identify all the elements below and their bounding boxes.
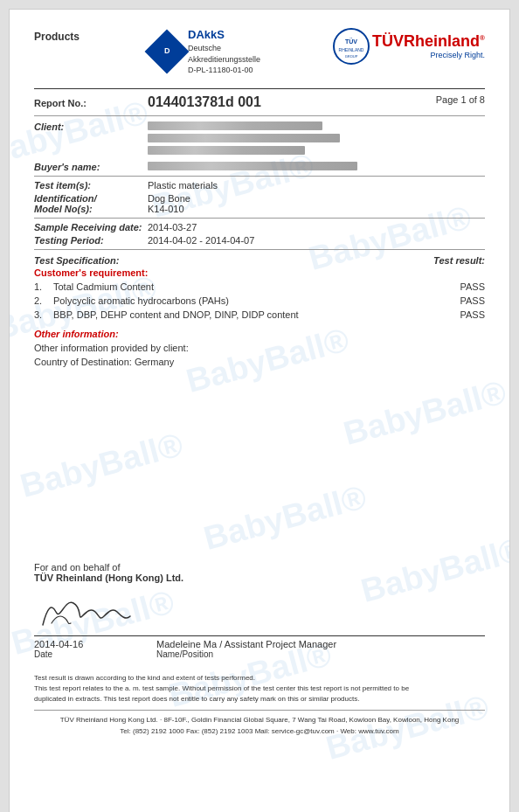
period-divider (34, 249, 485, 250)
tuv-emblem-svg: TÜV RHEINLAND GROUP (332, 27, 370, 66)
page-title: Products (34, 31, 80, 43)
model-value-block: Dog Bone K14-010 (148, 193, 190, 214)
svg-point-0 (334, 29, 369, 64)
client-label: Client: (34, 121, 148, 158)
client-value-block (148, 121, 340, 158)
other-info-line1: Other information provided by client: (34, 341, 485, 356)
sig-name-value: Madeleine Ma / Assistant Project Manager (156, 639, 485, 649)
test-items-value: Plastic materials (148, 180, 218, 191)
sig-name-block: Madeleine Ma / Assistant Project Manager… (148, 639, 485, 659)
sample-date-row: Sample Receiving date: 2014-03-27 (34, 222, 485, 232)
address-line1: TÜV Rheinland Hong Kong Ltd. · 8F-10F., … (34, 715, 485, 726)
test-item-text-3: BBP, DBP, DEHP content and DNOP, DINP, D… (53, 309, 299, 320)
buyer-label: Buyer's name: (34, 162, 148, 172)
watermark-7: BabyBall® (17, 426, 187, 505)
test-item-num-2: 2. (34, 295, 50, 306)
client-redacted-3 (148, 146, 305, 155)
dakks-name: DAkkS (188, 27, 260, 43)
test-items-label: Test item(s): (34, 180, 148, 191)
svg-text:GROUP: GROUP (345, 54, 358, 59)
test-item-num-1: 1. (34, 281, 50, 292)
buyer-divider (34, 176, 485, 177)
client-field-2 (148, 134, 340, 144)
tuv-hk-text: TÜV Rheinland (Hong Kong) Ltd. (34, 573, 485, 583)
dakks-line2: Akkreditierungsstelle (188, 54, 260, 66)
sig-date-block: 2014-04-16 Date (34, 639, 148, 659)
signature-line-row: 2014-04-16 Date Madeleine Ma / Assistant… (34, 635, 485, 659)
tuv-text-area: TÜVRheinland® Precisely Right. (372, 33, 485, 59)
model-value-1: Dog Bone (148, 193, 190, 204)
test-item-result-2: PASS (432, 295, 485, 306)
dakks-diamond-shape: D (145, 30, 190, 74)
test-item-num-3: 3. (34, 309, 50, 320)
test-item-row-1: 1. Total Cadmium Content PASS (34, 281, 485, 292)
customer-req: Customer's requirement: (34, 267, 485, 278)
report-number-value: 0144013781d 001 (148, 94, 261, 110)
test-item-text-1: Total Cadmium Content (53, 281, 154, 292)
header-divider (34, 88, 485, 89)
client-redacted-1 (148, 121, 322, 130)
test-items-row: Test item(s): Plastic materials (34, 180, 485, 191)
dakks-line3: D-PL-11180-01-00 (188, 65, 260, 76)
buyer-value-block (148, 162, 357, 172)
test-item-result-1: PASS (432, 281, 485, 292)
tuv-name: TÜVRheinland® (372, 33, 485, 49)
dakks-logo-block: D DAkkS Deutsche Akkreditierungsstelle D… (151, 27, 260, 76)
page-info: Page 1 of 8 (436, 94, 485, 105)
test-result-label: Test result: (433, 255, 485, 266)
on-behalf-text: For and on behalf of (34, 562, 485, 573)
model-value-2: K14-010 (148, 204, 190, 214)
test-item-row-2: 2. Polycyclic aromatic hydrocarbons (PAH… (34, 295, 485, 306)
disclaimer-line1: Test result is drawn according to the ki… (34, 673, 485, 684)
dakks-diamond-text: D (164, 47, 170, 56)
products-label: Products (34, 27, 80, 43)
test-item-text-2: Polycyclic aromatic hydrocarbons (PAHs) (53, 295, 229, 306)
sample-date-label: Sample Receiving date: (34, 222, 148, 232)
disclaimer-line3: duplicated in extracts. This test report… (34, 694, 485, 704)
test-item-left-3: 3. BBP, DBP, DEHP content and DNOP, DINP… (34, 309, 432, 320)
test-item-left-1: 1. Total Cadmium Content (34, 281, 432, 292)
sig-date-value: 2014-04-16 (34, 639, 148, 649)
sample-date-value: 2014-03-27 (148, 222, 197, 232)
sig-date-label: Date (34, 649, 148, 659)
model-label-text: Model No(s): (34, 204, 93, 214)
document-page: BabyBall® BabyBall® BabyBall® BabyBall® … (9, 9, 510, 812)
watermark-8: BabyBall® (200, 478, 370, 558)
report-number-row: Report No.: 0144013781d 001 Page 1 of 8 (34, 94, 485, 110)
tuv-rheinland: Rheinland (404, 32, 480, 50)
buyer-row: Buyer's name: (34, 162, 485, 172)
signature-image (34, 590, 139, 634)
tuv-logo-block: TÜV RHEINLAND GROUP TÜVRheinland® Precis… (332, 27, 485, 66)
footer-disclaimer: Test result is drawn according to the ki… (34, 673, 485, 704)
footer-address: TÜV Rheinland Hong Kong Ltd. · 8F-10F., … (34, 710, 485, 738)
model-divider (34, 218, 485, 219)
test-item-result-3: PASS (432, 309, 485, 320)
tuv-brand: TÜV (372, 32, 404, 50)
dakks-logo: D DAkkS Deutsche Akkreditierungsstelle D… (151, 27, 260, 76)
client-field-3 (148, 146, 340, 156)
test-spec-label: Test Specification: (34, 255, 119, 266)
identification-label-text: Identification/ (34, 193, 97, 204)
disclaimer-line2: This test report relates to the a. m. te… (34, 684, 485, 694)
other-info-line2: Country of Destination: Germany (34, 355, 485, 370)
tuv-tagline: Precisely Right. (372, 51, 485, 59)
other-info-title: Other information: (34, 329, 485, 339)
dakks-line1: Deutsche (188, 43, 260, 54)
dakks-text-block: DAkkS Deutsche Akkreditierungsstelle D-P… (188, 27, 260, 76)
test-spec-header: Test Specification: Test result: (34, 255, 485, 266)
client-redacted-2 (148, 134, 340, 142)
client-field-1 (148, 121, 340, 132)
report-number-label: Report No.: (34, 98, 148, 108)
identification-row: Identification/ Model No(s): Dog Bone K1… (34, 193, 485, 214)
buyer-redacted (148, 162, 357, 170)
testing-period-label: Testing Period: (34, 235, 148, 246)
signature-section: For and on behalf of TÜV Rheinland (Hong… (34, 562, 485, 659)
client-row: Client: (34, 121, 485, 158)
document-header: Products D DAkkS Deutsche Akkreditierung… (34, 27, 485, 76)
tuv-logo: TÜV RHEINLAND GROUP TÜVRheinland® Precis… (332, 27, 485, 66)
sig-name-label: Name/Position (156, 649, 485, 659)
svg-text:TÜV: TÜV (345, 38, 357, 45)
svg-text:RHEINLAND: RHEINLAND (339, 47, 364, 52)
testing-period-value: 2014-04-02 - 2014-04-07 (148, 235, 254, 246)
tuv-registered: ® (480, 34, 485, 42)
